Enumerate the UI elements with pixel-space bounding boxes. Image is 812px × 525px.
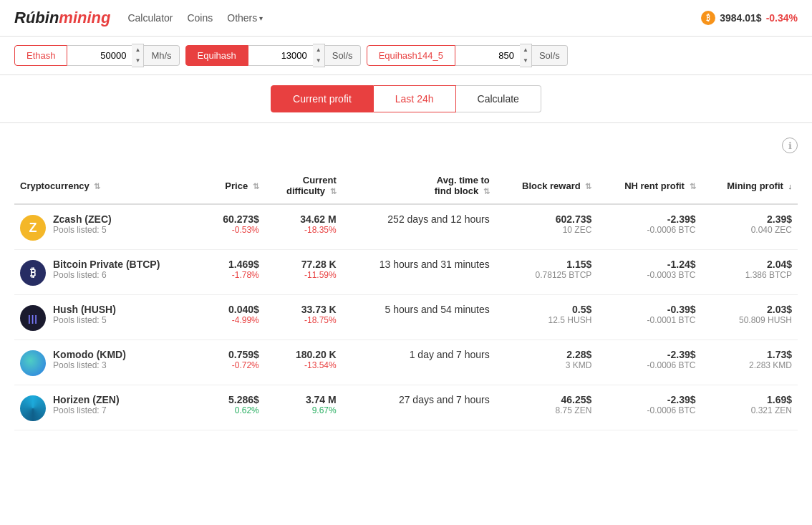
cell-difficulty-horizen: 3.74 M 9.67% <box>265 385 342 430</box>
algo-btn-equihash144[interactable]: Equihash144_5 <box>367 45 455 66</box>
mining-profit-coin-btcp: 1.386 BTCP <box>707 270 792 280</box>
cell-avgtime-horizen: 27 days and 7 hours <box>342 385 496 430</box>
coin-name-btcp: Bitcoin Private (BTCP) <box>53 259 160 270</box>
nh-rent-btc-btcp: -0.0003 BTC <box>603 270 695 280</box>
coins-table: Cryptocurrency ⇅ Price ⇅ Currentdifficul… <box>14 168 798 430</box>
mining-profit-coin-horizen: 0.321 ZEN <box>707 405 792 415</box>
col-header-difficulty[interactable]: Currentdifficulty ⇅ <box>265 168 342 204</box>
mining-profit-usd-zcash: 2.39$ <box>707 213 792 225</box>
nh-rent-btc-horizen: -0.0006 BTC <box>603 405 695 415</box>
cell-price-horizen: 5.286$ 0.62% <box>205 385 265 430</box>
cell-price-btcp: 1.469$ -1.78% <box>205 250 265 295</box>
btc-price-value: 3984.01$ <box>720 12 761 24</box>
hashrate-bar: Ethash ▲ ▼ Mh/s Equihash ▲ ▼ Sol/s Equih… <box>0 37 812 75</box>
cell-avgtime-btcp: 13 hours and 31 minutes <box>342 250 496 295</box>
mining-profit-usd-komodo: 1.73$ <box>707 349 792 360</box>
diff-change-zcash: -18.35% <box>271 225 337 235</box>
diff-main-btcp: 77.28 K <box>271 259 337 270</box>
cell-avgtime-hush: 5 hours and 54 minutes <box>342 295 496 340</box>
table-row: Horizen (ZEN) Pools listed: 7 5.286$ 0.6… <box>14 385 798 430</box>
coin-logo-komodo <box>20 350 46 376</box>
diff-change-hush: -18.75% <box>271 315 337 325</box>
spin-down-equihash144[interactable]: ▼ <box>520 56 531 67</box>
avg-time-komodo: 1 day and 7 hours <box>348 349 490 360</box>
coin-pools-zcash: Pools listed: 5 <box>53 225 112 235</box>
calculate-button[interactable]: Calculate <box>456 85 541 112</box>
table-row: ||| Hush (HUSH) Pools listed: 5 0.040$ -… <box>14 295 798 340</box>
logo-mining: mining <box>59 9 110 27</box>
block-reward-coin-horizen: 8.75 ZEN <box>501 405 592 415</box>
table-row: Z Zcash (ZEC) Pools listed: 5 60.273$ -0… <box>14 204 798 250</box>
current-profit-button[interactable]: Current profit <box>271 85 374 112</box>
hashrate-spinner-equihash144: ▲ ▼ <box>520 44 532 67</box>
sort-icon-nh-rent: ⇅ <box>690 182 696 191</box>
cell-miningprofit-hush: 2.03$ 50.809 HUSH <box>702 295 798 340</box>
nav-calculator[interactable]: Calculator <box>127 12 173 24</box>
cell-crypto-komodo: Komodo (KMD) Pools listed: 3 <box>14 340 205 385</box>
mining-profit-usd-horizen: 1.69$ <box>707 394 792 405</box>
hashrate-group-ethash: Ethash ▲ ▼ Mh/s <box>14 44 180 67</box>
col-header-mining-profit[interactable]: Mining profit ↓ <box>702 168 798 204</box>
hashrate-input-equihash144[interactable] <box>455 45 520 66</box>
hashrate-group-equihash: Equihash ▲ ▼ Sol/s <box>185 44 361 67</box>
nav-coins[interactable]: Coins <box>187 12 213 24</box>
spin-up-equihash[interactable]: ▲ <box>313 44 324 56</box>
block-reward-coin-hush: 12.5 HUSH <box>501 315 592 325</box>
hashrate-input-ethash[interactable] <box>67 45 132 66</box>
hashrate-input-equihash[interactable] <box>248 45 313 66</box>
coin-logo-zcash: Z <box>20 215 46 241</box>
col-header-block-reward[interactable]: Block reward ⇅ <box>496 168 598 204</box>
block-reward-usd-hush: 0.5$ <box>501 304 592 315</box>
last-24h-button[interactable]: Last 24h <box>374 85 456 112</box>
col-header-nh-rent[interactable]: NH rent profit ⇅ <box>597 168 701 204</box>
nh-rent-btc-hush: -0.0001 BTC <box>603 315 695 325</box>
spin-up-ethash[interactable]: ▲ <box>132 44 143 56</box>
sort-icon-avg-time: ⇅ <box>483 187 490 196</box>
diff-main-zcash: 34.62 M <box>271 213 337 225</box>
price-change-hush: -4.99% <box>211 315 259 325</box>
avg-time-horizen: 27 days and 7 hours <box>348 394 490 405</box>
nav-others[interactable]: Others ▾ <box>227 12 263 24</box>
price-change-horizen: 0.62% <box>211 405 259 415</box>
cell-nhrent-zcash: -2.39$ -0.0006 BTC <box>597 204 701 250</box>
nh-rent-usd-hush: -0.39$ <box>603 304 695 315</box>
cell-crypto-hush: ||| Hush (HUSH) Pools listed: 5 <box>14 295 205 340</box>
cell-nhrent-komodo: -2.39$ -0.0006 BTC <box>597 340 701 385</box>
mining-profit-coin-zcash: 0.040 ZEC <box>707 225 792 235</box>
cell-difficulty-komodo: 180.20 K -13.54% <box>265 340 342 385</box>
action-bar: Current profit Last 24h Calculate <box>0 75 812 123</box>
nh-rent-usd-komodo: -2.39$ <box>603 349 695 360</box>
logo: Rúbin mining <box>14 9 110 27</box>
col-header-crypto[interactable]: Cryptocurrency ⇅ <box>14 168 205 204</box>
avg-time-hush: 5 hours and 54 minutes <box>348 304 490 315</box>
info-area: ℹ <box>0 123 812 168</box>
diff-change-horizen: 9.67% <box>271 405 337 415</box>
unit-ethash: Mh/s <box>144 45 179 66</box>
cell-miningprofit-komodo: 1.73$ 2.283 KMD <box>702 340 798 385</box>
info-icon[interactable]: ℹ <box>782 138 798 153</box>
cell-blockreward-btcp: 1.15$ 0.78125 BTCP <box>496 250 598 295</box>
col-header-avg-time[interactable]: Avg. time tofind block ⇅ <box>342 168 496 204</box>
col-header-price[interactable]: Price ⇅ <box>205 168 265 204</box>
btc-price-change: -0.34% <box>766 12 798 24</box>
spin-up-equihash144[interactable]: ▲ <box>520 44 531 56</box>
algo-btn-ethash[interactable]: Ethash <box>14 45 67 66</box>
sort-icon-block-reward: ⇅ <box>585 182 591 191</box>
cell-blockreward-hush: 0.5$ 12.5 HUSH <box>496 295 598 340</box>
price-change-komodo: -0.72% <box>211 360 259 370</box>
spin-down-equihash[interactable]: ▼ <box>313 56 324 67</box>
block-reward-coin-zcash: 10 ZEC <box>501 225 592 235</box>
table-row: ₿ Bitcoin Private (BTCP) Pools listed: 6… <box>14 250 798 295</box>
algo-btn-equihash[interactable]: Equihash <box>185 45 248 66</box>
coin-pools-horizen: Pools listed: 7 <box>53 405 120 415</box>
chevron-down-icon: ▾ <box>259 14 263 22</box>
sort-icon-difficulty: ⇅ <box>330 187 337 196</box>
mining-profit-usd-hush: 2.03$ <box>707 304 792 315</box>
cell-price-hush: 0.040$ -4.99% <box>205 295 265 340</box>
cell-price-zcash: 60.273$ -0.53% <box>205 204 265 250</box>
hashrate-spinner-ethash: ▲ ▼ <box>132 44 144 67</box>
cell-difficulty-hush: 33.73 K -18.75% <box>265 295 342 340</box>
coin-logo-horizen <box>20 395 46 421</box>
spin-down-ethash[interactable]: ▼ <box>132 56 143 67</box>
unit-equihash: Sol/s <box>325 45 361 66</box>
